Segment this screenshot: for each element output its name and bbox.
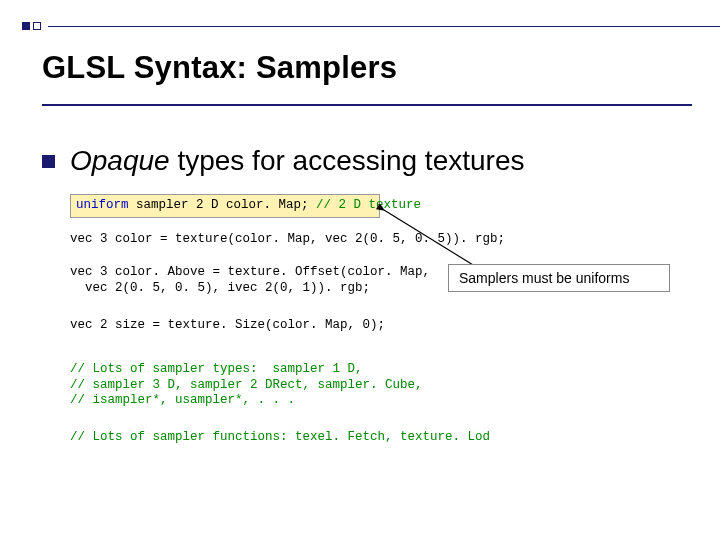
keyword-uniform: uniform [76, 198, 129, 212]
code-size-line: vec 2 size = texture. Size(color. Map, 0… [70, 318, 385, 334]
callout-arrow [378, 196, 578, 272]
deco-square-filled [22, 22, 30, 30]
corner-decoration [22, 22, 41, 30]
bullet-square-icon [42, 155, 55, 168]
uniform-rest: sampler 2 D color. Map; [129, 198, 317, 212]
comment-line3: // isampler*, usampler*, . . . [70, 393, 295, 407]
code-comment-block: // Lots of sampler types: sampler 1 D, /… [70, 362, 423, 409]
code-above-block: vec 3 color. Above = texture. Offset(col… [70, 265, 430, 296]
top-line [48, 26, 720, 27]
deco-square-empty [33, 22, 41, 30]
code-func-comment: // Lots of sampler functions: texel. Fet… [70, 430, 490, 446]
comment-line2: // sampler 3 D, sampler 2 DRect, sampler… [70, 378, 423, 392]
slide-title: GLSL Syntax: Samplers [42, 50, 397, 86]
above-line2: vec 2(0. 5, 0. 5), ivec 2(0, 1)). rgb; [70, 281, 370, 295]
comment-line1: // Lots of sampler types: sampler 1 D, [70, 362, 363, 376]
bullet-italic: Opaque [70, 145, 170, 176]
callout-text: Samplers must be uniforms [459, 270, 629, 286]
bullet-text: Opaque types for accessing textures [70, 145, 524, 177]
above-line1: vec 3 color. Above = texture. Offset(col… [70, 265, 430, 279]
svg-line-1 [384, 210, 478, 268]
uniform-declaration: uniform sampler 2 D color. Map; // 2 D t… [70, 194, 380, 218]
bullet-rest: types for accessing textures [170, 145, 525, 176]
title-divider [42, 104, 692, 106]
callout-box: Samplers must be uniforms [448, 264, 670, 292]
